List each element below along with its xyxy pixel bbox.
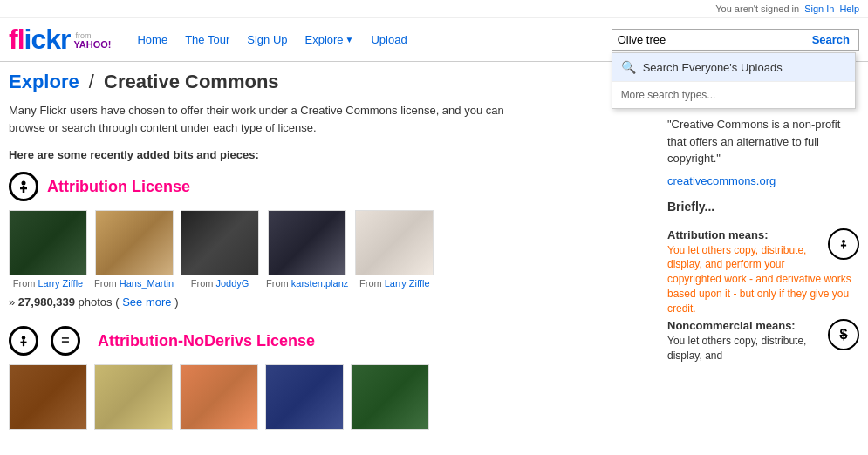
nav: Home The Tour Sign Up Explore ▼ Upload	[128, 33, 415, 46]
briefly-title: Briefly...	[667, 200, 859, 214]
photo-thumb[interactable]	[351, 364, 429, 430]
search-dropdown: 🔍 Search Everyone's Uploads More search …	[612, 52, 856, 109]
attribution-noderivs-header: = Attribution-NoDerivs License	[9, 326, 650, 356]
search-button[interactable]: Search	[803, 29, 859, 51]
photo-thumb[interactable]	[9, 210, 87, 275]
left-col: Explore / Creative Commons Many Flickr u…	[9, 71, 667, 447]
search-dropdown-uploads[interactable]: 🔍 Search Everyone's Uploads	[612, 53, 855, 81]
topbar: You aren't signed in Sign In Help	[0, 0, 868, 18]
header: flickr from YAHOO! Home The Tour Sign Up…	[0, 18, 868, 62]
attribution-icon	[9, 172, 38, 201]
photo-item	[180, 364, 258, 430]
photo-thumb[interactable]	[9, 364, 87, 430]
search-more-types[interactable]: More search types...	[612, 82, 855, 108]
main-content: Explore / Creative Commons Many Flickr u…	[0, 62, 868, 455]
nav-explore-label: Explore	[305, 33, 344, 46]
photo-item: From Larry Ziffle	[355, 210, 434, 289]
logo-area: flickr from YAHOO!	[9, 24, 111, 56]
photo-user-link[interactable]: Hans_Martin	[120, 278, 174, 289]
count-prefix: »	[9, 295, 18, 309]
photo-thumb[interactable]	[265, 364, 344, 430]
attribution-noderivs-section: = Attribution-NoDerivs License	[9, 326, 650, 430]
nav-home[interactable]: Home	[128, 33, 176, 46]
explore-link[interactable]: Explore	[9, 71, 79, 92]
right-col: © creative commons "Creative Commons is …	[667, 71, 859, 447]
attribution-license-name[interactable]: Attribution License	[47, 178, 190, 196]
attribution-term: Attribution means: You let others copy, …	[667, 228, 859, 320]
attribution-photo-grid: From Larry Ziffle From Hans_Martin From …	[9, 210, 650, 289]
photo-user-link[interactable]: karsten.planz	[291, 278, 348, 289]
logo-ickr: ickr	[24, 24, 71, 55]
photo-item	[265, 364, 344, 430]
attribution-license-section: Attribution License From Larry Ziffle Fr…	[9, 172, 650, 309]
not-signed-in-text: You aren't signed in	[715, 3, 799, 14]
photo-caption: From karsten.planz	[266, 278, 348, 289]
photo-item: From karsten.planz	[266, 210, 348, 289]
cc-quote: "Creative Commons is a non-profit that o…	[667, 116, 859, 167]
svg-point-3	[22, 336, 25, 339]
photo-count: 27,980,339	[18, 295, 75, 309]
photo-thumb[interactable]	[94, 364, 173, 430]
photo-thumb[interactable]	[181, 210, 259, 275]
cc-title: Creative Commons	[104, 71, 279, 92]
photo-item	[351, 364, 429, 430]
photo-caption: From JoddyG	[191, 278, 249, 289]
yahoo-brand: YAHOO!	[73, 40, 111, 50]
cc-org-link[interactable]: creativecommons.org	[667, 174, 776, 187]
photo-item	[94, 364, 173, 430]
count-suffix: photos (	[79, 295, 120, 309]
photo-item	[9, 364, 87, 430]
photo-item: From JoddyG	[181, 210, 259, 289]
page-title: Explore / Creative Commons	[9, 71, 650, 93]
nav-signup[interactable]: Sign Up	[238, 33, 296, 46]
photo-thumb[interactable]	[95, 210, 174, 275]
search-area: Search 🔍 Search Everyone's Uploads More …	[612, 29, 859, 51]
photo-caption: From Hans_Martin	[94, 278, 174, 289]
recently-added: Here are some recently added bits and pi…	[9, 148, 650, 161]
divider	[667, 221, 859, 221]
count-end: )	[174, 295, 178, 309]
flickr-logo[interactable]: flickr	[9, 24, 70, 56]
intro-text: Many Flickr users have chosen to offer t…	[9, 102, 515, 136]
photo-item: From Larry Ziffle	[9, 210, 87, 289]
photo-thumb[interactable]	[355, 210, 434, 275]
photo-count-line: » 27,980,339 photos ( See more )	[9, 295, 650, 309]
nav-explore[interactable]: Explore ▼	[297, 33, 363, 46]
svg-point-6	[842, 239, 845, 242]
attribution-license-header: Attribution License	[9, 172, 650, 201]
photo-thumb[interactable]	[268, 210, 346, 275]
photo-user-link[interactable]: JoddyG	[216, 278, 249, 289]
nav-tour[interactable]: The Tour	[176, 33, 238, 46]
svg-point-0	[22, 181, 26, 186]
photo-caption: From Larry Ziffle	[359, 278, 430, 289]
nav-upload[interactable]: Upload	[362, 33, 415, 46]
noderivs-nd-icon: =	[51, 326, 80, 356]
photo-user-link[interactable]: Larry Ziffle	[38, 278, 83, 289]
logo-fl: fl	[9, 24, 24, 55]
photo-item: From Hans_Martin	[94, 210, 174, 289]
see-more-link[interactable]: See more	[122, 295, 171, 309]
help-link[interactable]: Help	[839, 3, 859, 14]
search-dropdown-uploads-label: Search Everyone's Uploads	[643, 61, 783, 74]
title-separator: /	[89, 71, 94, 92]
sidebar-attribution-icon	[828, 228, 859, 260]
noderivs-photo-grid	[9, 364, 650, 430]
noncommercial-term: $ Noncommercial means: You let others co…	[667, 319, 859, 367]
explore-dropdown-arrow: ▼	[345, 35, 354, 44]
briefly-section: Briefly... Attribution means: You let ot…	[667, 200, 859, 368]
search-input[interactable]	[612, 29, 803, 51]
sign-in-link[interactable]: Sign In	[804, 3, 834, 14]
photo-user-link[interactable]: Larry Ziffle	[385, 278, 430, 289]
photo-thumb[interactable]	[180, 364, 258, 430]
noderivs-icons: =	[9, 326, 89, 356]
noderivs-attribution-icon	[9, 326, 38, 356]
search-icon: 🔍	[621, 60, 636, 74]
photo-caption: From Larry Ziffle	[13, 278, 84, 289]
noderivs-license-name[interactable]: Attribution-NoDerivs License	[98, 332, 315, 350]
